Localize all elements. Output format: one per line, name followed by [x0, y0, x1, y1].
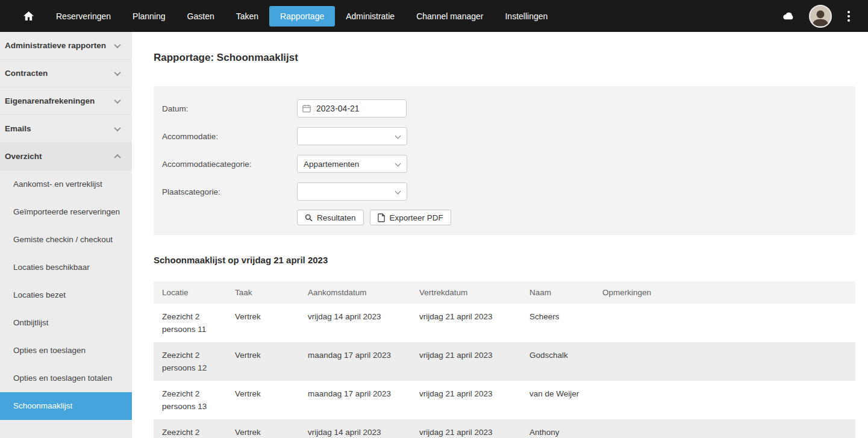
chevron-down-icon	[114, 69, 120, 75]
accommodatiecategorie-select-value: Appartementen	[304, 160, 359, 169]
col-header-taak: Taak	[226, 281, 299, 304]
chevron-down-icon	[395, 189, 401, 195]
sidebar-group-eigenarenafrekeningen[interactable]: Eigenarenafrekeningen	[0, 87, 132, 115]
kebab-menu-icon[interactable]	[846, 10, 851, 23]
cell-vertrekdatum: vrijdag 21 april 2023	[411, 419, 521, 438]
sidebar-item-schoonmaaklijst[interactable]: Schoonmaaklijst	[0, 392, 132, 420]
app-window: Reserveringen Planning Gasten Taken Rapp…	[0, 0, 868, 438]
accommodatie-select[interactable]	[297, 127, 407, 145]
chevron-down-icon	[114, 41, 120, 48]
search-icon	[305, 214, 313, 222]
page-title: Rapportage: Schoonmaaklijst	[154, 51, 855, 64]
cell-locatie: Zeezicht 2	[154, 419, 226, 438]
sidebar-item-opties-en-toeslagen-totalen[interactable]: Opties en toeslagen totalen	[0, 364, 132, 392]
cell-vertrekdatum: vrijdag 21 april 2023	[411, 381, 521, 419]
chevron-down-icon	[395, 133, 401, 139]
cell-locatie: Zeezicht 2 persoons 11	[154, 304, 226, 342]
cell-vertrekdatum: vrijdag 21 april 2023	[411, 342, 521, 381]
accommodatie-label: Accommodatie:	[162, 132, 297, 141]
avatar-silhouette-icon	[810, 7, 831, 27]
cell-locatie: Zeezicht 2 persoons 13	[154, 381, 226, 419]
section-title: Schoonmaaklijst op vrijdag 21 april 2023	[154, 254, 855, 266]
pdf-icon	[378, 213, 386, 222]
sidebar-item-opties-en-toeslagen[interactable]: Opties en toeslagen	[0, 337, 132, 364]
sidebar-item-ontbijtlijst[interactable]: Ontbijtlijst	[0, 309, 132, 337]
chevron-up-icon	[114, 154, 120, 160]
cell-aankomstdatum: maandag 17 april 2023	[299, 381, 411, 419]
col-header-opmerkingen: Opmerkingen	[594, 281, 855, 304]
calendar-icon	[302, 104, 311, 113]
table-row: Zeezicht 2 persoons 11 Vertrek vrijdag 1…	[154, 304, 855, 342]
cell-locatie: Zeezicht 2 persoons 12	[154, 342, 226, 381]
table-header-row: Locatie Taak Aankomstdatum Vertrekdatum …	[154, 281, 855, 304]
sidebar-item-geimporteerde-reserveringen[interactable]: Geïmporteerde reserveringen	[0, 198, 132, 226]
sidebar-item-locaties-beschikbaar[interactable]: Locaties beschikbaar	[0, 254, 132, 281]
col-header-locatie: Locatie	[154, 281, 226, 304]
cell-opmerkingen	[594, 304, 855, 342]
cell-taak: Vertrek	[226, 419, 299, 438]
cell-naam: Anthony	[521, 419, 594, 438]
nav-taken[interactable]: Taken	[225, 6, 269, 27]
sidebar-group-emails[interactable]: Emails	[0, 115, 132, 143]
exporteer-pdf-button[interactable]: Exporteer PDF	[370, 210, 451, 225]
datum-field[interactable]	[297, 99, 407, 117]
top-navigation: Reserveringen Planning Gasten Taken Rapp…	[0, 0, 868, 32]
sidebar-group-overzicht[interactable]: Overzicht	[0, 143, 132, 171]
table-row: Zeezicht 2 Vertrek vrijdag 14 april 2023…	[154, 419, 855, 438]
resultaten-button-label: Resultaten	[317, 213, 356, 222]
accommodatiecategorie-select[interactable]: Appartementen	[297, 155, 407, 173]
table-row: Zeezicht 2 persoons 12 Vertrek maandag 1…	[154, 342, 855, 381]
nav-planning[interactable]: Planning	[122, 6, 176, 27]
sidebar-item-aankomst-en-vertreklijst[interactable]: Aankomst- en vertreklijst	[0, 171, 132, 198]
user-avatar[interactable]	[809, 5, 832, 28]
nav-administratie[interactable]: Administratie	[335, 6, 405, 27]
filter-row-accommodatiecategorie: Accommodatiecategorie: Appartementen	[162, 150, 847, 178]
main-panel: Rapportage: Schoonmaaklijst Datum:	[132, 32, 868, 438]
sidebar-group-administratieve-rapporten[interactable]: Administratieve rapporten	[0, 32, 132, 60]
sidebar-group-label: Contracten	[5, 69, 48, 78]
cell-taak: Vertrek	[226, 304, 299, 342]
nav-channel-manager[interactable]: Channel manager	[405, 6, 494, 27]
sidebar-group-label: Administratieve rapporten	[5, 41, 106, 50]
chevron-down-icon	[395, 161, 401, 167]
col-header-aankomstdatum: Aankomstdatum	[299, 281, 411, 304]
col-header-naam: Naam	[521, 281, 594, 304]
chevron-down-icon	[114, 96, 120, 103]
sidebar-item-gemiste-checkin-checkout[interactable]: Gemiste checkin / checkout	[0, 226, 132, 254]
resultaten-button[interactable]: Resultaten	[297, 210, 364, 225]
cell-naam: van de Weijer	[521, 381, 594, 419]
plaatscategorie-select[interactable]	[297, 183, 407, 201]
content-area: Administratieve rapporten Contracten Eig…	[0, 32, 868, 438]
sidebar-group-contracten[interactable]: Contracten	[0, 60, 132, 87]
cell-taak: Vertrek	[226, 381, 299, 419]
cell-opmerkingen	[594, 342, 855, 381]
datum-input[interactable]	[298, 100, 406, 117]
sidebar-group-label: Emails	[5, 124, 31, 133]
filter-row-plaatscategorie: Plaatscategorie:	[162, 178, 847, 205]
home-button[interactable]	[0, 11, 34, 20]
cell-taak: Vertrek	[226, 342, 299, 381]
home-icon	[23, 11, 34, 20]
nav-reserveringen[interactable]: Reserveringen	[45, 6, 122, 27]
cell-naam: Scheers	[521, 304, 594, 342]
cell-naam: Godschalk	[521, 342, 594, 381]
col-header-vertrekdatum: Vertrekdatum	[411, 281, 521, 304]
nav-gasten[interactable]: Gasten	[176, 6, 225, 27]
datum-label: Datum:	[162, 104, 297, 113]
filter-actions: Resultaten Exporteer PDF	[297, 205, 847, 225]
nav-instellingen[interactable]: Instellingen	[494, 6, 558, 27]
topnav-right	[782, 5, 868, 28]
sidebar-overzicht-items: Aankomst- en vertreklijst Geïmporteerde …	[0, 171, 132, 420]
filter-panel: Datum: Accommodatie:	[154, 86, 855, 235]
cell-opmerkingen	[594, 419, 855, 438]
nav-rapportage[interactable]: Rapportage	[269, 6, 335, 27]
cell-vertrekdatum: vrijdag 21 april 2023	[411, 304, 521, 342]
cloud-button[interactable]	[782, 12, 795, 20]
filter-row-datum: Datum:	[162, 95, 847, 122]
exporteer-pdf-button-label: Exporteer PDF	[390, 213, 443, 222]
schoonmaaklijst-table: Locatie Taak Aankomstdatum Vertrekdatum …	[154, 281, 855, 438]
cell-aankomstdatum: vrijdag 14 april 2023	[299, 419, 411, 438]
sidebar-item-locaties-bezet[interactable]: Locaties bezet	[0, 281, 132, 309]
cloud-icon	[782, 12, 795, 20]
cell-aankomstdatum: maandag 17 april 2023	[299, 342, 411, 381]
